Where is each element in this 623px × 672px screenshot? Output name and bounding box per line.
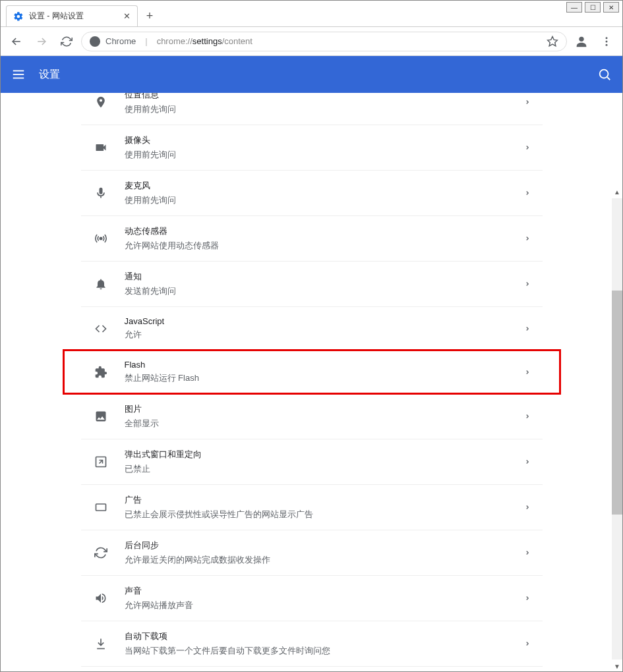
download-icon bbox=[93, 637, 109, 650]
row-subtitle: 允许网站播放声音 bbox=[125, 600, 508, 611]
row-subtitle: 使用前先询问 bbox=[125, 149, 508, 161]
setting-row-download[interactable]: 自动下载项当网站下载第一个文件后要自动下载更多文件时询问您 bbox=[81, 621, 543, 667]
camera-icon bbox=[93, 141, 109, 154]
setting-row-sound[interactable]: 声音允许网站播放声音 bbox=[81, 576, 543, 621]
row-title: 声音 bbox=[125, 585, 508, 597]
minimize-button[interactable]: — bbox=[566, 2, 582, 13]
row-title: 通知 bbox=[125, 271, 508, 283]
svg-line-9 bbox=[607, 77, 610, 80]
image-icon bbox=[93, 410, 109, 423]
chevron-right-icon bbox=[524, 190, 531, 196]
row-subtitle: 禁止网站运行 Flash bbox=[125, 372, 508, 384]
back-button[interactable] bbox=[6, 31, 27, 52]
row-title: Flash bbox=[125, 360, 508, 370]
window-controls: — ☐ ✕ bbox=[566, 2, 619, 13]
close-window-button[interactable]: ✕ bbox=[603, 2, 619, 13]
chevron-right-icon bbox=[524, 549, 531, 556]
bookmark-icon[interactable] bbox=[547, 36, 558, 47]
chevron-right-icon bbox=[524, 504, 531, 511]
row-title: 广告 bbox=[125, 494, 508, 506]
row-title: 位置信息 bbox=[125, 93, 508, 101]
chevron-right-icon bbox=[524, 459, 531, 465]
close-tab-icon[interactable]: ✕ bbox=[123, 11, 131, 21]
setting-row-ad[interactable]: 广告已禁止会展示侵扰性或误导性广告的网站显示广告 bbox=[81, 485, 543, 530]
chrome-icon bbox=[90, 36, 100, 47]
setting-row-puzzle[interactable]: Flash禁止网站运行 Flash bbox=[81, 350, 543, 394]
row-subtitle: 发送前先询问 bbox=[125, 285, 508, 297]
setting-row-location[interactable]: 位置信息使用前先询问 bbox=[81, 93, 543, 125]
row-title: 图片 bbox=[125, 403, 508, 415]
scroll-up-icon[interactable]: ▲ bbox=[612, 186, 622, 197]
search-icon[interactable] bbox=[597, 67, 612, 82]
row-subtitle: 使用前先询问 bbox=[125, 103, 508, 115]
setting-row-image[interactable]: 图片全部显示 bbox=[81, 394, 543, 439]
setting-row-popup[interactable]: 弹出式窗口和重定向已禁止 bbox=[81, 439, 543, 485]
chevron-right-icon bbox=[524, 281, 531, 287]
sensors-icon bbox=[93, 232, 109, 245]
setting-row-mic[interactable]: 麦克风使用前先询问 bbox=[81, 171, 543, 216]
setting-row-code[interactable]: JavaScript允许 bbox=[81, 307, 543, 350]
address-bar[interactable]: Chrome | chrome://settings/content bbox=[81, 32, 567, 51]
hamburger-icon[interactable] bbox=[11, 67, 26, 82]
row-subtitle: 当网站下载第一个文件后要自动下载更多文件时询问您 bbox=[125, 645, 508, 657]
svg-rect-12 bbox=[96, 504, 105, 511]
sound-icon bbox=[93, 592, 109, 605]
row-title: 后台同步 bbox=[125, 540, 508, 551]
url-path: chrome://settings/content bbox=[157, 36, 252, 46]
new-tab-button[interactable]: + bbox=[140, 7, 159, 25]
row-subtitle: 允许 bbox=[125, 329, 508, 341]
code-icon bbox=[93, 322, 109, 335]
scrollbar[interactable]: ▲ ▼ bbox=[612, 198, 622, 659]
window-titlebar: 设置 - 网站设置 ✕ + — ☐ ✕ bbox=[1, 1, 622, 27]
row-subtitle: 使用前先询问 bbox=[125, 194, 508, 206]
browser-toolbar: Chrome | chrome://settings/content bbox=[1, 27, 622, 56]
chevron-right-icon bbox=[524, 595, 531, 602]
profile-icon[interactable] bbox=[571, 31, 592, 52]
settings-list: 位置信息使用前先询问摄像头使用前先询问麦克风使用前先询问动态传感器允许网站使用动… bbox=[81, 93, 543, 672]
popup-icon bbox=[93, 455, 109, 468]
browser-tab[interactable]: 设置 - 网站设置 ✕ bbox=[6, 5, 138, 26]
chevron-right-icon bbox=[524, 325, 531, 332]
chevron-right-icon bbox=[524, 369, 531, 376]
setting-row-puzzle[interactable]: 未经过沙盒屏蔽的插件访问当网站要使用插件访问您的计算机时询问您 bbox=[81, 667, 543, 672]
sync-icon bbox=[93, 546, 109, 559]
settings-header: 设置 bbox=[1, 56, 622, 93]
setting-row-sync[interactable]: 后台同步允许最近关闭的网站完成数据收发操作 bbox=[81, 530, 543, 576]
chevron-right-icon bbox=[524, 413, 531, 420]
maximize-button[interactable]: ☐ bbox=[585, 2, 601, 13]
reload-button[interactable] bbox=[56, 31, 77, 52]
row-title: 自动下载项 bbox=[125, 630, 508, 642]
puzzle-icon bbox=[93, 366, 109, 379]
chevron-right-icon bbox=[524, 99, 531, 105]
setting-row-sensors[interactable]: 动态传感器允许网站使用动态传感器 bbox=[81, 216, 543, 262]
row-title: 摄像头 bbox=[125, 134, 508, 146]
row-title: JavaScript bbox=[125, 316, 508, 326]
row-subtitle: 已禁止会展示侵扰性或误导性广告的网站显示广告 bbox=[125, 509, 508, 520]
tab-title: 设置 - 网站设置 bbox=[29, 11, 118, 22]
setting-row-camera[interactable]: 摄像头使用前先询问 bbox=[81, 125, 543, 171]
svg-point-10 bbox=[100, 237, 102, 239]
svg-point-8 bbox=[600, 70, 608, 78]
scroll-down-icon[interactable]: ▼ bbox=[612, 661, 622, 671]
location-icon bbox=[93, 96, 109, 109]
row-subtitle: 允许网站使用动态传感器 bbox=[125, 240, 508, 252]
setting-row-bell[interactable]: 通知发送前先询问 bbox=[81, 262, 543, 307]
svg-point-1 bbox=[579, 36, 583, 41]
row-title: 麦克风 bbox=[125, 180, 508, 192]
row-subtitle: 已禁止 bbox=[125, 463, 508, 475]
row-subtitle: 全部显示 bbox=[125, 418, 508, 430]
menu-icon[interactable] bbox=[596, 31, 617, 52]
svg-point-2 bbox=[606, 37, 608, 39]
row-title: 动态传感器 bbox=[125, 225, 508, 237]
chevron-right-icon bbox=[524, 640, 531, 647]
forward-button[interactable] bbox=[31, 31, 52, 52]
chevron-right-icon bbox=[524, 235, 531, 242]
row-title: 弹出式窗口和重定向 bbox=[125, 449, 508, 461]
mic-icon bbox=[93, 186, 109, 200]
bell-icon bbox=[93, 277, 109, 291]
settings-title: 设置 bbox=[39, 68, 60, 82]
scrollbar-thumb[interactable] bbox=[612, 291, 622, 515]
ad-icon bbox=[93, 501, 109, 514]
svg-point-4 bbox=[606, 43, 608, 45]
chevron-right-icon bbox=[524, 144, 531, 151]
